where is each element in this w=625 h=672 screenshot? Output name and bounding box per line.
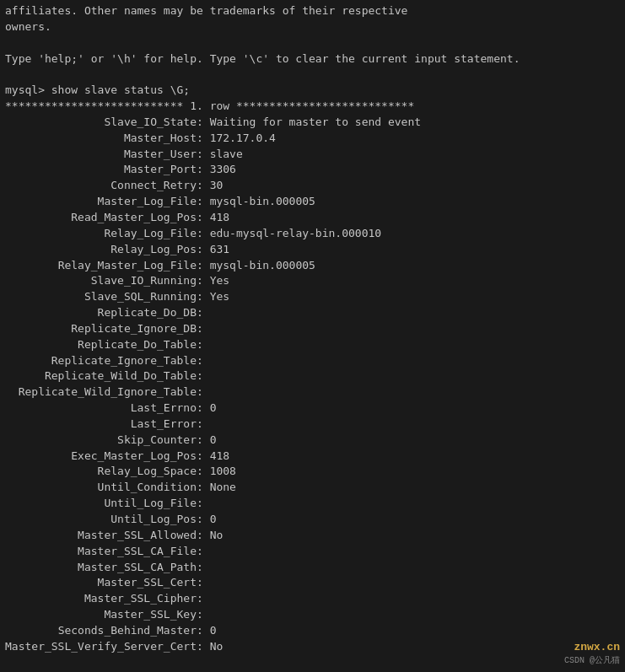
terminal-output: affiliates. Other names may be trademark… xyxy=(5,3,620,655)
watermark: znwx.cn CSDN @公凡猫 xyxy=(564,640,620,667)
watermark-site: znwx.cn xyxy=(564,640,620,655)
watermark-sub: CSDN @公凡猫 xyxy=(564,655,620,667)
terminal-window: affiliates. Other names may be trademark… xyxy=(0,0,625,672)
